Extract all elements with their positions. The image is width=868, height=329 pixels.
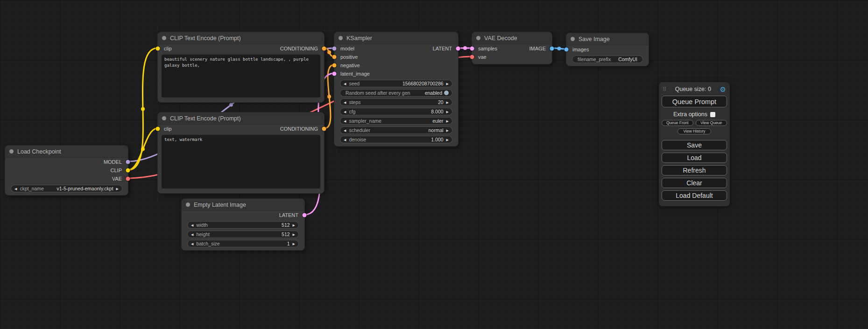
arrow-right-icon[interactable]: ▶ [293, 224, 295, 227]
widget-denoise[interactable]: ◀ denoise 1.000 ▶ [340, 136, 452, 143]
node-clip-text-encode-positive[interactable]: CLIP Text Encode (Prompt) clip CONDITION… [157, 32, 325, 103]
collapse-icon[interactable] [476, 36, 480, 40]
input-dot-positive[interactable] [332, 55, 337, 59]
input-dot-vae[interactable] [470, 55, 474, 59]
collapse-icon[interactable] [339, 36, 343, 40]
node-title-bar[interactable]: CLIP Text Encode (Prompt) [158, 32, 324, 44]
widget-steps[interactable]: ◀ steps 20 ▶ [340, 98, 452, 106]
input-dot-latent-image[interactable] [332, 72, 337, 76]
node-title-bar[interactable]: KSampler [334, 32, 458, 44]
collapse-icon[interactable] [162, 116, 166, 120]
input-dot-negative[interactable] [332, 63, 337, 68]
node-title-bar[interactable]: VAE Decode [472, 32, 552, 44]
node-title-bar[interactable]: CLIP Text Encode (Prompt) [158, 112, 324, 125]
arrow-right-icon[interactable]: ▶ [446, 110, 449, 113]
prompt-text-input[interactable]: beautiful scenery nature glass bottle la… [162, 55, 320, 98]
drag-handle-icon[interactable]: ⠿ [663, 86, 666, 92]
arrow-left-icon[interactable]: ◀ [344, 110, 346, 113]
arrow-left-icon[interactable]: ◀ [191, 224, 193, 227]
widget-value: 8.000 [431, 109, 443, 114]
output-dot-latent[interactable] [303, 213, 307, 217]
node-title: CLIP Text Encode (Prompt) [170, 35, 241, 42]
widget-filename-prefix[interactable]: filename_prefix ComfyUI [572, 56, 643, 63]
arrow-left-icon[interactable]: ◀ [14, 187, 17, 190]
node-title: CLIP Text Encode (Prompt) [170, 115, 241, 122]
save-button[interactable]: Save [662, 140, 727, 150]
load-default-button[interactable]: Load Default [662, 190, 727, 201]
widget-random-seed-toggle[interactable]: Random seed after every gen enabled [340, 89, 452, 97]
output-dot-latent[interactable] [456, 47, 460, 51]
node-vae-decode[interactable]: VAE Decode samples IMAGE vae [472, 32, 552, 64]
node-empty-latent-image[interactable]: Empty Latent Image LATENT ◀ width 512 ▶ … [181, 198, 305, 251]
node-ksampler[interactable]: KSampler model LATENT positive negative … [334, 32, 459, 147]
output-label-clip: CLIP [111, 168, 122, 173]
input-label-positive: positive [340, 54, 358, 60]
view-queue-button[interactable]: View Queue [696, 120, 727, 126]
widget-height[interactable]: ◀ height 512 ▶ [187, 231, 299, 238]
slot-row: clip CONDITIONING [158, 44, 324, 53]
node-clip-text-encode-negative[interactable]: CLIP Text Encode (Prompt) clip CONDITION… [157, 112, 325, 194]
input-dot-clip[interactable] [156, 47, 160, 51]
widget-sampler-name[interactable]: ◀ sampler_name euler ▶ [340, 117, 452, 125]
arrow-right-icon[interactable]: ▶ [293, 242, 295, 245]
node-title-bar[interactable]: Empty Latent Image [182, 199, 304, 211]
queue-front-button[interactable]: Queue Front [662, 120, 693, 126]
prompt-text-input[interactable]: text, watermark [162, 135, 320, 189]
arrow-left-icon[interactable]: ◀ [344, 119, 346, 123]
graph-canvas[interactable]: Load Checkpoint MODEL CLIP VAE ◀ ckpt_na… [0, 0, 868, 329]
output-dot-conditioning[interactable] [322, 47, 326, 51]
widget-value: 1 [287, 241, 290, 246]
view-history-button[interactable]: View History [677, 128, 712, 134]
node-load-checkpoint[interactable]: Load Checkpoint MODEL CLIP VAE ◀ ckpt_na… [5, 145, 128, 196]
slot-row: latent_image [334, 70, 458, 78]
arrow-right-icon[interactable]: ▶ [116, 187, 119, 190]
arrow-left-icon[interactable]: ◀ [344, 138, 346, 141]
input-dot-images[interactable] [565, 48, 569, 52]
arrow-left-icon[interactable]: ◀ [191, 242, 193, 245]
extra-options-checkbox[interactable] [710, 112, 715, 117]
widget-width[interactable]: ◀ width 512 ▶ [187, 221, 299, 229]
collapse-icon[interactable] [162, 36, 166, 40]
toggle-knob-icon[interactable] [444, 91, 449, 95]
widget-seed[interactable]: ◀ seed 156680208700286 ▶ [340, 80, 452, 87]
input-dot-clip[interactable] [156, 127, 160, 131]
arrow-right-icon[interactable]: ▶ [446, 129, 449, 132]
arrow-right-icon[interactable]: ▶ [293, 233, 295, 236]
input-dot-model[interactable] [332, 47, 337, 51]
collapse-icon[interactable] [186, 203, 190, 207]
load-button[interactable]: Load [662, 153, 727, 163]
arrow-left-icon[interactable]: ◀ [191, 233, 193, 236]
widget-cfg[interactable]: ◀ cfg 8.000 ▶ [340, 108, 452, 115]
output-dot-vae[interactable] [126, 177, 130, 181]
arrow-left-icon[interactable]: ◀ [344, 101, 346, 104]
output-label-latent: LATENT [433, 46, 452, 51]
clear-button[interactable]: Clear [662, 178, 727, 188]
arrow-right-icon[interactable]: ▶ [446, 101, 449, 104]
node-title: VAE Decode [484, 35, 517, 42]
output-dot-clip[interactable] [126, 168, 130, 173]
collapse-icon[interactable] [9, 149, 14, 154]
node-title: Empty Latent Image [194, 202, 246, 208]
input-label-clip: clip [164, 126, 172, 132]
widget-ckpt-name[interactable]: ◀ ckpt_name v1-5-pruned-emaonly.ckpt ▶ [11, 185, 122, 192]
arrow-left-icon[interactable]: ◀ [344, 129, 346, 132]
refresh-button[interactable]: Refresh [662, 165, 727, 175]
node-title-bar[interactable]: Load Checkpoint [5, 146, 128, 158]
output-dot-conditioning[interactable] [322, 127, 326, 131]
queue-prompt-button[interactable]: Queue Prompt [662, 96, 727, 107]
arrow-left-icon[interactable]: ◀ [344, 82, 346, 85]
widget-label: Random seed after every gen [346, 90, 410, 96]
collapse-icon[interactable] [571, 37, 575, 41]
arrow-right-icon[interactable]: ▶ [446, 138, 449, 141]
widget-batch-size[interactable]: ◀ batch_size 1 ▶ [187, 240, 299, 247]
settings-gear-icon[interactable]: ⚙ [720, 86, 726, 93]
output-dot-model[interactable] [126, 160, 130, 164]
arrow-right-icon[interactable]: ▶ [446, 119, 449, 123]
node-title-bar[interactable]: Save Image [566, 33, 649, 45]
arrow-right-icon[interactable]: ▶ [446, 82, 449, 85]
node-save-image[interactable]: Save Image images filename_prefix ComfyU… [566, 33, 649, 66]
input-dot-samples[interactable] [470, 47, 474, 51]
output-dot-image[interactable] [550, 47, 554, 51]
widget-scheduler[interactable]: ◀ scheduler normal ▶ [340, 126, 452, 134]
output-label-vae: VAE [112, 176, 122, 182]
